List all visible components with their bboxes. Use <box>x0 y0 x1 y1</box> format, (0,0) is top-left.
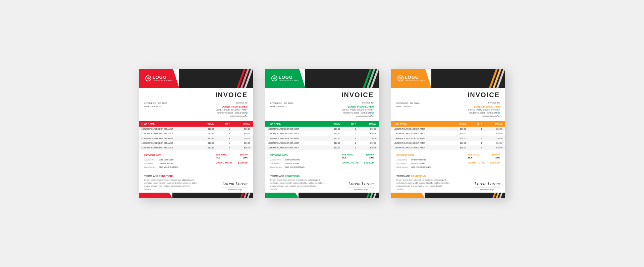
cell-total: $10,00 <box>359 141 379 145</box>
table-row: LOREM IPSUM DOLOR SIT AMET $10,00 1 $10,… <box>391 141 505 145</box>
totals-divider <box>216 160 248 160</box>
cell-total: $10,00 <box>359 127 379 131</box>
invoice-meta: INVOICE NO : 000 00000 DATE : 20/10/2022 <box>144 102 167 118</box>
grand-total-val: $100.00 <box>490 161 500 164</box>
client-name: LOREM IPSUM LOREM <box>468 105 500 109</box>
grand-total-val: $100.00 <box>238 161 248 164</box>
table-row: LOREM IPSUM DOLOR SIT AMET $10,00 5 $10,… <box>265 145 379 150</box>
table-row: LOREM IPSUM DOLOR SIT AMET $10,00 1 $10,… <box>265 127 379 131</box>
cell-item: LOREM IPSUM DOLOR SIT AMET <box>391 127 449 131</box>
totals-block: SUB TOTAL $100.00 TAX 10% GRAND TOTAL $1… <box>342 153 374 164</box>
header-stripes <box>305 69 379 88</box>
sign-block: Lorem Lorem Authorised Sign <box>474 181 500 191</box>
cell-total: $10,00 <box>232 136 253 141</box>
cell-price: $10,00 <box>449 141 469 145</box>
cell-qty: 5 <box>343 145 359 150</box>
footer-dark <box>299 193 379 198</box>
pi-account-label: Account No <box>396 158 410 162</box>
table-body: LOREM IPSUM DOLOR SIT AMET $10,00 1 $10,… <box>391 127 505 150</box>
table-head: ITEM NAME PRICE QTY TOTAL <box>265 121 379 127</box>
cell-item: LOREM IPSUM DOLOR SIT AMET <box>391 136 449 141</box>
cell-item: LOREM IPSUM DOLOR SIT AMET <box>139 131 197 136</box>
col-item: ITEM NAME <box>265 121 323 127</box>
cell-total: $10,00 <box>232 127 253 131</box>
invoice-table: ITEM NAME PRICE QTY TOTAL LOREM IPSUM DO… <box>139 121 253 150</box>
cell-price: $10,00 <box>323 141 343 145</box>
pi-account-val: 0000 0000 0000 <box>285 158 300 162</box>
table-body: LOREM IPSUM DOLOR SIT AMET $10,00 1 $10,… <box>139 127 253 150</box>
totals-block: SUB TOTAL $100.00 TAX 10% GRAND TOTAL $1… <box>468 153 500 164</box>
table-row: LOREM IPSUM DOLOR SIT AMET $10,00 2 $10,… <box>139 131 253 136</box>
client-name: LOREM IPSUM LOREM <box>216 105 248 109</box>
cell-qty: 4 <box>343 136 359 141</box>
footer-stripes <box>493 193 505 198</box>
cell-qty: 5 <box>469 145 485 150</box>
client-site: YOURSITE GOES HERE.COM 🌐 <box>342 112 374 115</box>
cell-price: $10,00 <box>197 145 217 150</box>
invoice-footer <box>139 193 253 198</box>
cell-price: $10,00 <box>449 131 469 136</box>
logo-area: ⊙ LOGO TAGLINE GOES HERE <box>391 69 431 88</box>
logo-text-block: LOGO TAGLINE GOES HERE <box>279 75 299 82</box>
terms-text: Lorem ipsum dolor sit amet, consectetuer… <box>396 179 450 191</box>
pi-bank: Bank Details ADD YOUR DETAILS <box>144 165 178 169</box>
subtotal-line: SUB TOTAL $100.00 <box>468 153 500 156</box>
terms-title-accent: CONDITIONS <box>159 175 173 177</box>
pi-bank: Bank Details ADD YOUR DETAILS <box>270 165 305 169</box>
invoice-to: INVOICE TO LOREM IPSUM LOREM LOREM IPSUM… <box>342 102 374 118</box>
pi-acname: A/C Name LOREM IPSUM <box>396 162 431 165</box>
invoice-info-row: INVOICE NO : 000 00000 DATE : 20/10/2022… <box>391 100 505 121</box>
pi-acname: A/C Name LOREM IPSUM <box>270 162 305 165</box>
footer-stripe-3 <box>499 193 503 198</box>
footer-stripe-1 <box>492 193 496 198</box>
invoice-no: INVOICE NO : 000 00000 <box>144 102 167 105</box>
cell-qty: 1 <box>343 141 359 145</box>
cell-total: $10,00 <box>232 141 253 145</box>
pi-acname-val: LOREM IPSUM <box>159 162 173 165</box>
pi-account-val: 0000 0000 0000 <box>411 158 426 162</box>
invoice-header: ⊙ LOGO TAGLINE GOES HERE <box>391 69 505 88</box>
cell-total: $10,00 <box>232 131 253 136</box>
totals-divider <box>342 160 374 160</box>
payment-info: PAYMENT INFO: Account No 0000 0000 0000 … <box>144 153 178 169</box>
header-stripes <box>431 69 505 88</box>
footer-stripe-2 <box>370 193 373 198</box>
footer-color <box>391 193 425 198</box>
col-item: ITEM NAME <box>139 121 197 127</box>
cell-item: LOREM IPSUM DOLOR SIT AMET <box>265 145 323 150</box>
logo-main: LOGO <box>405 75 425 80</box>
stripe-lines <box>240 69 253 88</box>
logo-area: ⊙ LOGO TAGLINE GOES HERE <box>265 69 305 88</box>
sign-line <box>348 188 374 188</box>
cell-item: LOREM IPSUM DOLOR SIT AMET <box>265 131 323 136</box>
sign-block: Lorem Lorem Authorised Sign <box>348 181 374 191</box>
invoice-terms: TERMS AND CONDITIONS Lorem ipsum dolor s… <box>265 172 379 193</box>
invoice-info-row: INVOICE NO : 000 00000 DATE : 20/10/2022… <box>139 100 253 121</box>
logo-icon: ⊙ <box>397 75 404 81</box>
grand-total-line: GRAND TOTAL $100.00 <box>216 161 248 164</box>
invoice-card-green: ⊙ LOGO TAGLINE GOES HERE INVOICE INVOICE… <box>265 69 379 198</box>
pi-acname-val: LOREM IPSUM <box>285 162 299 165</box>
cell-item: LOREM IPSUM DOLOR SIT AMET <box>265 141 323 145</box>
pi-bank-val: ADD YOUR DETAILS <box>411 165 431 169</box>
cell-item: LOREM IPSUM DOLOR SIT AMET <box>139 136 197 141</box>
footer-stripe-2 <box>244 193 247 198</box>
col-total: TOTAL <box>485 121 505 127</box>
payment-title: PAYMENT INFO: <box>144 153 178 158</box>
col-qty: QTY <box>217 121 233 127</box>
col-price: PRICE <box>449 121 469 127</box>
invoice-date: DATE : 20/10/2022 <box>270 105 293 108</box>
invoice-title: INVOICE <box>215 91 248 99</box>
cell-price: $10,00 <box>197 141 217 145</box>
logo-icon: ⊙ <box>271 75 277 81</box>
totals-block: SUB TOTAL $100.00 TAX 10% GRAND TOTAL $1… <box>216 153 248 164</box>
client-addr: LOREM IPSUM DOLOR SIT AMET <box>216 109 248 112</box>
subtotal-label: SUB TOTAL <box>468 153 480 156</box>
cell-item: LOREM IPSUM DOLOR SIT AMET <box>139 127 197 131</box>
subtotal-val: $100.00 <box>240 153 248 156</box>
cell-total: $10,00 <box>359 145 379 150</box>
table-row: LOREM IPSUM DOLOR SIT AMET $10,00 1 $10,… <box>139 141 253 145</box>
stripe-lines <box>492 69 505 88</box>
cell-item: LOREM IPSUM DOLOR SIT AMET <box>391 131 449 136</box>
cell-total: $10,00 <box>485 127 505 131</box>
